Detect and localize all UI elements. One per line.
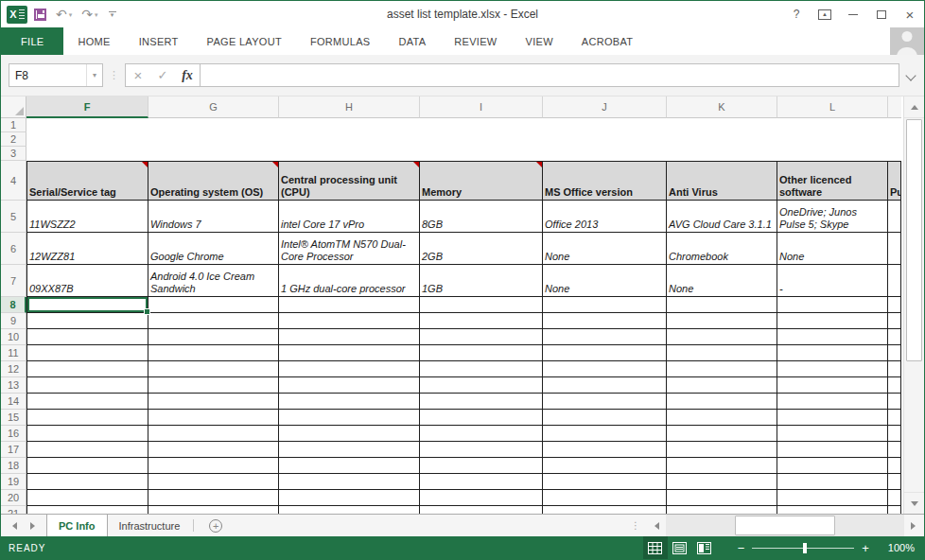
- zoom-slider-thumb[interactable]: [803, 543, 807, 553]
- cell-partial-6[interactable]: [888, 233, 901, 265]
- cell-partial-15[interactable]: [888, 410, 901, 426]
- column-header-K[interactable]: K: [667, 96, 777, 118]
- cell-G2[interactable]: [148, 132, 279, 147]
- cell-I21[interactable]: [420, 506, 543, 514]
- cell-partial-21[interactable]: [888, 506, 901, 514]
- cell-I4-with-comment[interactable]: Memory: [420, 161, 543, 201]
- cell-J21[interactable]: [543, 506, 667, 514]
- cell-F21[interactable]: [26, 506, 148, 514]
- cell-J14[interactable]: [543, 394, 667, 410]
- row-header-19[interactable]: 19: [1, 474, 26, 490]
- cell-partial-17[interactable]: [888, 442, 901, 458]
- expand-formula-bar-icon[interactable]: [905, 72, 916, 79]
- column-header-J[interactable]: J: [543, 96, 667, 118]
- row-header-20[interactable]: 20: [1, 490, 26, 506]
- cancel-button[interactable]: ×: [126, 64, 150, 86]
- cell-H7[interactable]: 1 GHz dual-core processor: [279, 265, 420, 297]
- cell-J19[interactable]: [543, 474, 667, 490]
- selected-cell-F8[interactable]: [26, 297, 148, 313]
- cell-partial-13[interactable]: [888, 377, 901, 394]
- cell-I18[interactable]: [420, 458, 543, 474]
- cell-G6[interactable]: Google Chrome: [148, 233, 279, 265]
- cell-H10[interactable]: [279, 329, 420, 345]
- cell-L3[interactable]: [777, 147, 888, 161]
- row-header-11[interactable]: 11: [1, 345, 26, 361]
- row-header-9[interactable]: 9: [1, 313, 26, 329]
- row-header-16[interactable]: 16: [1, 426, 26, 442]
- tab-acrobat[interactable]: ACROBAT: [567, 27, 647, 55]
- cell-K10[interactable]: [667, 329, 777, 345]
- cell-J16[interactable]: [543, 426, 667, 442]
- cell-F19[interactable]: [26, 474, 148, 490]
- cell-J7[interactable]: None: [543, 265, 667, 297]
- cell-J11[interactable]: [543, 345, 667, 361]
- cell-F3[interactable]: [26, 147, 148, 161]
- row-header-5[interactable]: 5: [1, 201, 26, 233]
- page-layout-view-button[interactable]: [668, 536, 692, 559]
- cell-I2[interactable]: [420, 132, 543, 147]
- vertical-scrollbar[interactable]: [903, 96, 924, 514]
- row-header-2[interactable]: 2: [1, 132, 26, 147]
- cell-G16[interactable]: [148, 426, 279, 442]
- cell-I13[interactable]: [420, 377, 543, 394]
- sheet-tab-pc-info[interactable]: PC Info: [46, 515, 108, 536]
- cell-K6[interactable]: Chromebook: [667, 233, 777, 265]
- close-button[interactable]: ×: [896, 1, 924, 27]
- cell-F11[interactable]: [26, 345, 148, 361]
- save-button[interactable]: [31, 7, 49, 23]
- cell-G13[interactable]: [148, 377, 279, 394]
- cell-K14[interactable]: [667, 394, 777, 410]
- cell-I7[interactable]: 1GB: [420, 265, 543, 297]
- cell-K16[interactable]: [667, 426, 777, 442]
- cell-I6[interactable]: 2GB: [420, 233, 543, 265]
- cell-J13[interactable]: [543, 377, 667, 394]
- row-header-3[interactable]: 3: [1, 147, 26, 161]
- cell-I9[interactable]: [420, 313, 543, 329]
- cell-I8[interactable]: [420, 297, 543, 313]
- cell-F7[interactable]: 09XX87B: [26, 265, 148, 297]
- cell-partial-19[interactable]: [888, 474, 901, 490]
- next-sheet-icon[interactable]: [30, 522, 35, 530]
- cell-I5[interactable]: 8GB: [420, 201, 543, 233]
- cell-H19[interactable]: [279, 474, 420, 490]
- cell-J5[interactable]: Office 2013: [543, 201, 667, 233]
- cell-K11[interactable]: [667, 345, 777, 361]
- undo-button[interactable]: ↶▾: [53, 6, 75, 23]
- select-all-corner[interactable]: [1, 96, 26, 118]
- cell-K20[interactable]: [667, 490, 777, 506]
- column-header-G[interactable]: G: [148, 96, 279, 118]
- horizontal-scrollbar[interactable]: [648, 515, 922, 536]
- cell-F12[interactable]: [26, 361, 148, 377]
- help-button[interactable]: ?: [782, 1, 811, 27]
- cell-H8[interactable]: [279, 297, 420, 313]
- cell-H1[interactable]: [279, 118, 420, 132]
- column-header-I[interactable]: I: [420, 96, 543, 118]
- column-header-H[interactable]: H: [279, 96, 420, 118]
- cell-K1[interactable]: [667, 118, 777, 132]
- cell-K18[interactable]: [667, 458, 777, 474]
- cell-I17[interactable]: [420, 442, 543, 458]
- cell-F4-with-comment[interactable]: Serial/Service tag: [26, 161, 148, 201]
- cell-G15[interactable]: [148, 410, 279, 426]
- cell-L21[interactable]: [777, 506, 888, 514]
- cell-L20[interactable]: [777, 490, 888, 506]
- vertical-scroll-thumb[interactable]: [906, 119, 922, 361]
- cell-H5[interactable]: intel Core 17 vPro: [279, 201, 420, 233]
- column-header-L[interactable]: L: [777, 96, 888, 118]
- cell-partial-9[interactable]: [888, 313, 901, 329]
- cell-H6[interactable]: Intel® AtomTM N570 Dual-Core Processor: [279, 233, 420, 265]
- scroll-right-button[interactable]: [904, 515, 922, 536]
- cell-K21[interactable]: [667, 506, 777, 514]
- cell-L19[interactable]: [777, 474, 888, 490]
- cell-H13[interactable]: [279, 377, 420, 394]
- cell-F5[interactable]: 11WSZZ2: [26, 201, 148, 233]
- tab-home[interactable]: HOME: [63, 27, 124, 55]
- cell-H16[interactable]: [279, 426, 420, 442]
- cell-G9[interactable]: [148, 313, 279, 329]
- tab-insert[interactable]: INSERT: [125, 27, 193, 55]
- cell-K19[interactable]: [667, 474, 777, 490]
- zoom-level[interactable]: 100%: [877, 542, 924, 553]
- cell-H14[interactable]: [279, 394, 420, 410]
- column-header-partial[interactable]: [888, 96, 901, 118]
- cell-I19[interactable]: [420, 474, 543, 490]
